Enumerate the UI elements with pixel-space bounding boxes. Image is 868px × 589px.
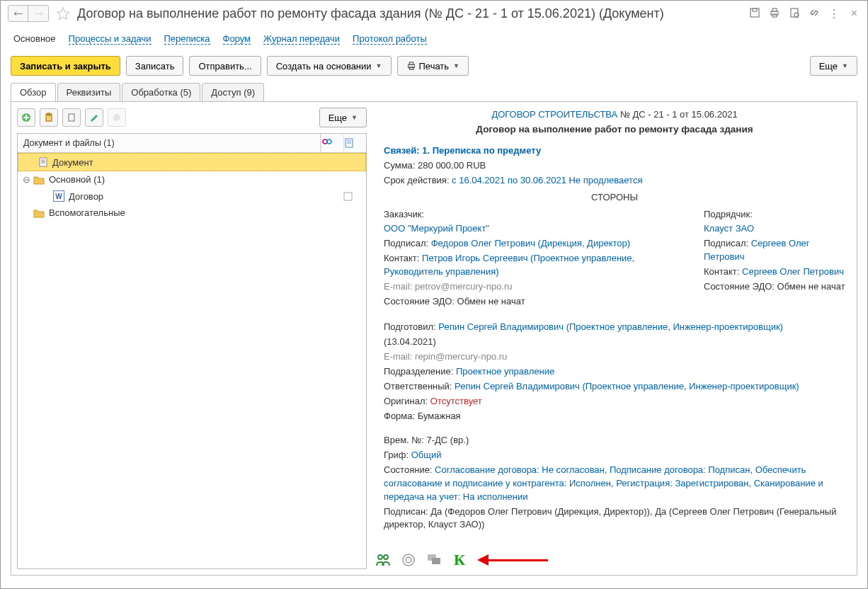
tab-overview[interactable]: Обзор [11, 83, 56, 101]
registration-block: Врем. №: 7-ДС (вр.) Гриф: Общий Состояни… [384, 434, 845, 532]
nav-transfer-log[interactable]: Журнал передачи [263, 33, 340, 45]
tab-requisites[interactable]: Реквизиты [57, 83, 121, 101]
more-button[interactable]: Еще▼ [810, 56, 857, 76]
tree-header-label: Документ и файлы (1) [18, 134, 321, 152]
stamp-icon[interactable] [401, 552, 416, 568]
paste-button[interactable] [40, 108, 58, 127]
window-title: Договор на выполнение работ по ремонту ф… [77, 6, 745, 21]
relations-link[interactable]: Связей: 1. Переписка по предмету [384, 145, 541, 156]
file-tree-toolbar: Еще▼ [17, 108, 367, 127]
nav-processes[interactable]: Процессы и задачи [69, 33, 152, 45]
svg-rect-3 [772, 8, 777, 11]
department-link[interactable]: Проектное управление [453, 366, 554, 377]
prepared-block: Подготовил: Репин Сергей Владимирович (П… [384, 321, 845, 423]
save-icon[interactable] [749, 7, 762, 20]
nav-main[interactable]: Основное [13, 33, 56, 45]
sum-label: Сумма: [384, 160, 415, 171]
svg-rect-12 [47, 113, 50, 115]
save-button[interactable]: Записать [126, 56, 184, 76]
titlebar-actions: ⋮ × [749, 7, 860, 20]
parties-heading: СТОРОНЫ [384, 192, 845, 202]
new-doc-button[interactable] [62, 108, 81, 127]
close-icon[interactable]: × [848, 7, 860, 20]
collapse-icon[interactable]: ⊖ [22, 174, 30, 185]
form-value: Бумажная [415, 411, 461, 421]
customer-contact-link[interactable]: Петров Игорь Сергеевич (Проектное управл… [384, 253, 634, 277]
more-vert-icon[interactable]: ⋮ [828, 7, 841, 20]
word-doc-icon: W [53, 190, 64, 202]
tree-header-icon-search[interactable] [321, 135, 343, 151]
nav-arrows: 🡐 🡒 [8, 5, 49, 22]
contract-number: № ДС - 21 - 1 от 15.06.2021 [617, 109, 737, 120]
add-button[interactable] [17, 108, 35, 127]
k-icon[interactable]: К [452, 552, 467, 568]
tree-label: Договор [69, 191, 343, 202]
link-icon[interactable] [809, 7, 821, 20]
create-based-button[interactable]: Создать на основании▼ [267, 56, 392, 76]
customer-signed-link[interactable]: Федоров Олег Петрович (Дирекция, Директо… [428, 238, 630, 248]
svg-point-16 [327, 139, 331, 144]
file-tree: Документ и файлы (1) Документ [17, 133, 367, 569]
tree-label: Вспомогательные [49, 207, 125, 218]
signed-summary: Да (Федоров Олег Петрович (Дирекция, Дир… [384, 506, 836, 530]
titlebar: 🡐 🡒 Договор на выполнение работ по ремон… [1, 1, 867, 26]
favorite-star-icon[interactable] [56, 6, 70, 21]
sum-value: 280 000,00 RUB [415, 160, 486, 171]
contractor-contact-link[interactable]: Сергеев Олег Петрович [739, 266, 844, 277]
svg-point-26 [384, 555, 388, 559]
responsible-link[interactable]: Репин Сергей Владимирович (Проектное упр… [452, 381, 799, 391]
tree-header-icon-doc[interactable] [343, 135, 366, 151]
tab-processing[interactable]: Обработка (5) [122, 83, 200, 101]
send-button[interactable]: Отправить... [189, 56, 261, 76]
contract-title: Договор на выполнение работ по ремонту ф… [384, 124, 845, 135]
details-pane: ДОГОВОР СТРОИТЕЛЬСТВА № ДС - 21 - 1 от 1… [372, 102, 857, 575]
report-icon[interactable] [789, 7, 801, 20]
back-button[interactable]: 🡐 [8, 6, 28, 21]
left-more-button[interactable]: Еще▼ [319, 108, 367, 127]
forward-button[interactable]: 🡒 [28, 6, 48, 21]
page-icon [38, 156, 48, 168]
validity-link[interactable]: с 16.04.2021 по 30.06.2021 Не продлевает… [450, 175, 643, 185]
tree-row-contract[interactable]: W Договор [18, 188, 366, 205]
temp-number: 7-ДС (вр.) [424, 435, 469, 445]
customer-edo: Обмен не начат [455, 296, 525, 307]
svg-rect-30 [432, 558, 440, 564]
edit-button[interactable] [85, 108, 103, 127]
print-button[interactable]: Печать▼ [397, 56, 469, 76]
grif-link[interactable]: Общий [409, 450, 441, 460]
tab-access[interactable]: Доступ (9) [202, 83, 264, 101]
svg-rect-8 [409, 62, 413, 65]
contractor-role: Подрядчик: [704, 208, 845, 222]
customer-role: Заказчик: [384, 208, 690, 222]
folder-open-icon [33, 175, 45, 185]
folder-icon [33, 208, 45, 218]
nav-work-log[interactable]: Протокол работы [353, 33, 427, 45]
tree-row-document[interactable]: Документ [18, 153, 366, 171]
state-link[interactable]: Согласование договора: Не согласован, По… [384, 464, 823, 502]
contract-type-link[interactable]: ДОГОВОР СТРОИТЕЛЬСТВА [491, 109, 617, 120]
tree-label: Основной (1) [49, 174, 105, 185]
save-and-close-button[interactable]: Записать и закрыть [11, 56, 120, 76]
customer-name-link[interactable]: ООО "Меркурий Проект" [384, 223, 489, 234]
prepared-date: (13.04.2021) [384, 336, 845, 349]
nav-forum[interactable]: Форум [223, 33, 251, 45]
tree-row-main-folder[interactable]: ⊖ Основной (1) [18, 171, 366, 188]
tree-checkbox[interactable] [343, 192, 362, 201]
svg-rect-0 [750, 8, 759, 17]
cancel-edit-button[interactable] [108, 108, 126, 127]
chat-icon[interactable] [426, 552, 442, 568]
content-area: Еще▼ Документ и файлы (1) Док [11, 101, 857, 576]
users-icon[interactable] [375, 552, 391, 568]
tree-row-aux-folder[interactable]: Вспомогательные [18, 205, 366, 221]
svg-rect-13 [69, 114, 74, 121]
svg-point-28 [406, 557, 411, 563]
file-tree-pane: Еще▼ Документ и файлы (1) Док [11, 102, 372, 575]
svg-point-14 [113, 114, 120, 121]
nav-correspondence[interactable]: Переписка [164, 33, 210, 45]
print-icon[interactable] [769, 7, 782, 20]
contractor-name-link[interactable]: Клауст ЗАО [704, 223, 754, 234]
red-arrow-annotation [477, 556, 548, 564]
svg-point-27 [403, 554, 414, 566]
top-nav: Основное Процессы и задачи Переписка Фор… [1, 26, 867, 53]
prepared-by-link[interactable]: Репин Сергей Владимирович (Проектное упр… [436, 321, 783, 332]
